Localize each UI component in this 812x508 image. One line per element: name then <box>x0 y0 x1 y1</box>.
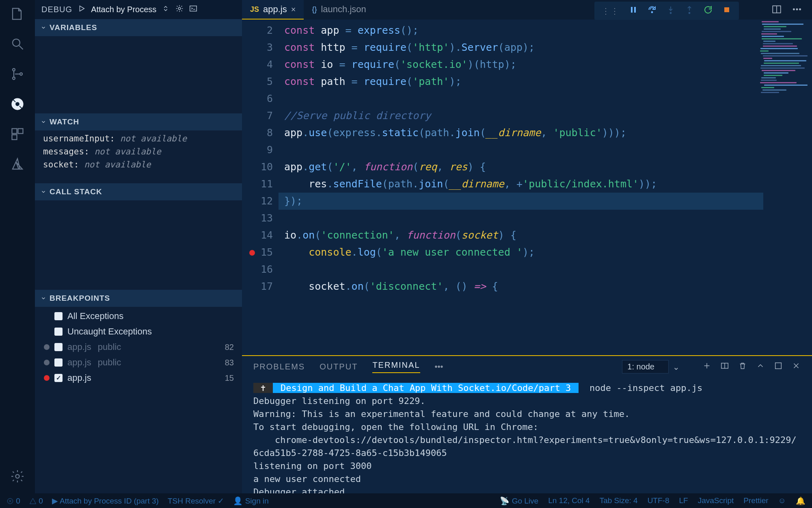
svg-point-14 <box>652 12 653 13</box>
svg-rect-7 <box>18 129 23 134</box>
terminal-selector[interactable]: 1: node <box>622 360 669 373</box>
maximize-panel-icon[interactable] <box>774 361 783 372</box>
close-panel-icon[interactable] <box>792 361 801 372</box>
status-tabsize[interactable]: Tab Size: 4 <box>600 496 638 506</box>
status-resolver[interactable]: TSH Resolver ✓ <box>168 496 225 506</box>
terminal-output[interactable]: ✝ Design and Build a Chat App With Socke… <box>242 378 812 493</box>
svg-point-15 <box>670 13 672 14</box>
breakpoints-head[interactable]: BREAKPOINTS <box>35 290 242 307</box>
chevron-down-icon <box>41 295 46 301</box>
warnings-count[interactable]: 0 <box>29 497 43 506</box>
svg-point-0 <box>13 39 20 46</box>
tab-problems[interactable]: PROBLEMS <box>253 362 305 371</box>
chevron-down-icon <box>41 189 46 195</box>
svg-point-2 <box>13 77 15 80</box>
select-updown-icon[interactable]: ⌄ <box>673 362 680 372</box>
status-prettier[interactable]: Prettier <box>743 496 768 506</box>
editor-area: ⋮⋮ JSapp.js×{}launch.json 23456789101112… <box>242 0 812 493</box>
svg-rect-6 <box>12 129 17 134</box>
start-debug-icon[interactable] <box>77 4 86 15</box>
debug-icon[interactable] <box>9 96 26 112</box>
step-over-icon[interactable] <box>647 5 657 17</box>
breakpoints-title: BREAKPOINTS <box>50 294 110 303</box>
panel-more-icon[interactable]: ••• <box>435 362 443 371</box>
breakpoint-row[interactable]: ✓app.js15 <box>35 370 242 386</box>
svg-rect-8 <box>12 135 17 140</box>
restart-icon[interactable] <box>703 5 713 17</box>
debug-config-selector[interactable]: Attach by Process <box>91 5 156 14</box>
step-out-icon[interactable] <box>685 5 694 17</box>
panel-up-icon[interactable] <box>756 361 765 372</box>
debug-toolbar[interactable]: ⋮⋮ <box>594 2 739 20</box>
svg-point-19 <box>793 9 795 10</box>
callstack-title: CALL STACK <box>50 187 102 196</box>
tab-terminal[interactable]: TERMINAL <box>372 360 420 373</box>
search-icon[interactable] <box>9 36 26 52</box>
code-lines[interactable]: const app = express();const http = requi… <box>279 20 812 355</box>
kill-terminal-icon[interactable] <box>738 361 747 372</box>
callstack-panel: CALL STACK <box>35 183 242 290</box>
debug-settings-gear-icon[interactable] <box>175 4 184 15</box>
status-bell-icon[interactable]: 🔔 <box>796 496 806 506</box>
status-signin[interactable]: 👤 Sign in <box>233 496 268 506</box>
watch-item[interactable]: usernameInput: not available <box>35 132 242 145</box>
more-actions-icon[interactable] <box>792 4 802 17</box>
drag-handle-icon[interactable]: ⋮⋮ <box>602 6 620 16</box>
breakpoint-row[interactable]: app.jspublic82 <box>35 339 242 355</box>
breakpoints-panel: BREAKPOINTS All ExceptionsUncaught Excep… <box>35 290 242 387</box>
errors-count[interactable]: 0 <box>6 497 20 506</box>
svg-point-10 <box>179 7 181 10</box>
svg-point-3 <box>20 73 22 75</box>
watch-title: WATCH <box>50 117 79 126</box>
bottom-panel: PROBLEMS OUTPUT TERMINAL ••• 1: node ⌄ <box>242 355 812 493</box>
extensions-icon[interactable] <box>9 126 26 142</box>
status-encoding[interactable]: UTF-8 <box>648 496 669 506</box>
status-bar: 0 0 ▶ Attach by Process ID (part 3) TSH … <box>0 493 812 508</box>
watch-item[interactable]: messages: not available <box>35 145 242 158</box>
breakpoint-row[interactable]: app.jspublic83 <box>35 355 242 370</box>
svg-point-21 <box>799 9 801 10</box>
scm-icon[interactable] <box>9 66 26 82</box>
tab-output[interactable]: OUTPUT <box>320 362 358 371</box>
gutter: 234567891011121314151617 <box>242 20 279 355</box>
close-tab-icon[interactable]: × <box>291 5 296 14</box>
settings-gear-icon[interactable] <box>9 468 26 484</box>
status-eol[interactable]: LF <box>679 496 688 506</box>
variables-title: VARIABLES <box>50 23 97 32</box>
svg-rect-23 <box>775 363 782 369</box>
new-terminal-icon[interactable] <box>702 361 711 372</box>
chevron-down-icon <box>41 25 46 30</box>
config-updown-icon[interactable] <box>161 4 170 15</box>
debug-console-icon[interactable] <box>189 4 198 15</box>
svg-point-5 <box>15 102 20 106</box>
watch-head[interactable]: WATCH <box>35 113 242 130</box>
activity-bar <box>0 0 35 493</box>
status-feedback-icon[interactable]: ☺ <box>778 496 786 506</box>
stop-icon[interactable] <box>722 5 732 17</box>
editor-tab[interactable]: JSapp.js× <box>242 0 304 20</box>
watch-item[interactable]: socket: not available <box>35 158 242 171</box>
status-language[interactable]: JavaScript <box>698 496 734 506</box>
split-editor-icon[interactable] <box>771 4 782 17</box>
variables-head[interactable]: VARIABLES <box>35 19 242 36</box>
variables-panel: VARIABLES <box>35 19 242 113</box>
svg-rect-12 <box>631 7 633 13</box>
editor-tab[interactable]: {}launch.json <box>304 0 374 20</box>
breakpoint-row[interactable]: All Exceptions <box>35 308 242 324</box>
status-debug[interactable]: ▶ Attach by Process ID (part 3) <box>52 496 159 506</box>
code-editor[interactable]: 234567891011121314151617 const app = exp… <box>242 20 812 355</box>
azure-icon[interactable] <box>9 156 26 172</box>
debug-header: DEBUG Attach by Process <box>35 0 242 19</box>
status-cursor[interactable]: Ln 12, Col 4 <box>548 496 590 506</box>
minimap[interactable] <box>760 21 809 102</box>
split-terminal-icon[interactable] <box>720 361 729 372</box>
callstack-head[interactable]: CALL STACK <box>35 183 242 200</box>
debug-title: DEBUG <box>41 5 72 14</box>
explorer-icon[interactable] <box>9 6 26 22</box>
step-into-icon[interactable] <box>666 5 676 17</box>
svg-point-20 <box>796 9 797 10</box>
editor-title-actions <box>771 4 802 17</box>
breakpoint-row[interactable]: Uncaught Exceptions <box>35 324 242 339</box>
status-golive[interactable]: 📡 Go Live <box>500 496 538 506</box>
pause-icon[interactable] <box>628 5 638 17</box>
